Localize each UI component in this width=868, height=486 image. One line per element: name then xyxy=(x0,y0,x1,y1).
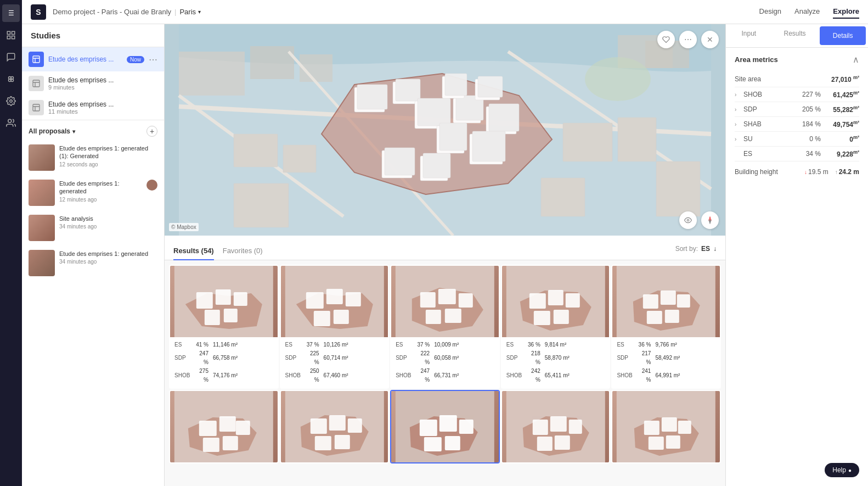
result-card-3[interactable]: ES37 %10,009 m² SDP222 %60,058 m² SHOB24… xyxy=(390,265,500,389)
result-card-10[interactable] xyxy=(611,390,721,463)
svg-rect-76 xyxy=(548,290,563,305)
svg-rect-96 xyxy=(314,436,331,450)
settings-icon[interactable] xyxy=(2,92,20,110)
result-card-5[interactable]: ES36 %9,766 m² SDP217 %58,492 m² SHOB241… xyxy=(611,265,721,389)
svg-rect-82 xyxy=(661,291,676,305)
svg-rect-0 xyxy=(7,31,10,34)
tab-input[interactable]: Input xyxy=(726,24,772,47)
metric-sdp-chevron[interactable]: › xyxy=(735,107,743,113)
metric-shab-chevron[interactable]: › xyxy=(735,121,743,127)
result-card-1[interactable]: ES41 %11,146 m² SDP247 %66,758 m² SHOB27… xyxy=(169,265,279,389)
svg-rect-44 xyxy=(478,76,503,97)
svg-point-9 xyxy=(8,119,12,122)
map-more-button[interactable]: ⋯ xyxy=(679,31,697,48)
svg-point-52 xyxy=(585,57,651,101)
mapbox-logo: © Mapbox xyxy=(169,223,199,231)
svg-rect-79 xyxy=(554,310,569,324)
results-tab-favorites[interactable]: Favorites (0) xyxy=(223,242,263,260)
svg-rect-77 xyxy=(566,293,580,308)
top-nav: Design Analyze Explore xyxy=(759,5,859,19)
result-card-img-8 xyxy=(391,391,499,462)
building-height-label: Building height xyxy=(735,168,804,176)
study-item-2[interactable]: Etude des emprises ... 9 minutes xyxy=(22,71,164,96)
metric-su-chevron[interactable]: › xyxy=(735,136,743,142)
nav-design[interactable]: Design xyxy=(759,5,781,19)
proposal-item-3[interactable]: Site analysis 34 minutes ago xyxy=(22,210,164,245)
area-metrics-title: Area metrics xyxy=(735,55,778,64)
proposal-time-4: 34 minutes ago xyxy=(59,259,157,265)
breadcrumb-city[interactable]: Paris ▾ xyxy=(179,8,201,16)
map-compass[interactable] xyxy=(701,211,719,229)
proposal-name-4: Etude des emprises 1: generated xyxy=(59,250,157,258)
svg-rect-100 xyxy=(439,415,457,432)
metric-su-val: 0m² xyxy=(821,135,859,143)
apps-icon[interactable] xyxy=(2,70,20,88)
menu-icon[interactable]: ☰ xyxy=(2,4,20,22)
proposal-time-1: 12 seconds ago xyxy=(59,161,157,167)
proposal-thumb-1 xyxy=(29,144,55,171)
metric-su-row: › SU 0 % 0m² xyxy=(735,132,859,147)
svg-marker-55 xyxy=(709,220,711,224)
result-card-img-3 xyxy=(391,266,499,337)
layers-icon[interactable] xyxy=(2,26,20,44)
svg-rect-94 xyxy=(329,415,345,431)
nav-analyze[interactable]: Analyze xyxy=(794,5,820,19)
chat-icon[interactable] xyxy=(2,48,20,66)
svg-rect-14 xyxy=(179,52,245,96)
svg-rect-40 xyxy=(439,123,467,150)
metric-shab-label: SHAB xyxy=(743,120,799,128)
map-close-button[interactable]: ✕ xyxy=(701,31,719,48)
svg-rect-28 xyxy=(418,98,450,126)
result-card-6[interactable] xyxy=(169,390,279,463)
site-area-label: Site area xyxy=(735,75,761,83)
svg-rect-75 xyxy=(529,293,546,309)
study-item-active[interactable]: Etude des emprises ... Now ⋯ xyxy=(22,47,164,71)
result-card-img-4 xyxy=(502,266,610,337)
svg-rect-109 xyxy=(555,435,570,450)
svg-rect-50 xyxy=(234,183,289,227)
users-icon[interactable] xyxy=(2,114,20,132)
result-card-9[interactable] xyxy=(501,390,611,463)
tab-details[interactable]: Details xyxy=(820,26,866,45)
nav-explore[interactable]: Explore xyxy=(833,5,859,19)
map-favorite-button[interactable] xyxy=(657,31,675,48)
help-button[interactable]: Help ● xyxy=(825,463,859,477)
svg-rect-65 xyxy=(345,292,360,306)
svg-rect-115 xyxy=(666,435,680,449)
results-tab-results[interactable]: Results (54) xyxy=(173,242,214,260)
proposal-item-4[interactable]: Etude des emprises 1: generated 34 minut… xyxy=(22,245,164,281)
results-sort-icon[interactable]: ↓ xyxy=(713,245,717,253)
svg-rect-107 xyxy=(569,420,582,434)
proposal-item-2[interactable]: Etude des emprises 1: generated 12 minut… xyxy=(22,175,164,210)
result-card-2[interactable]: ES37 %10,126 m² SDP225 %60,714 m² SHOB25… xyxy=(280,265,390,389)
area-metrics-collapse-button[interactable]: ∧ xyxy=(853,54,859,65)
proposals-add-button[interactable]: + xyxy=(146,126,157,137)
tab-results[interactable]: Results xyxy=(772,24,818,47)
result-card-4[interactable]: ES36 %9,814 m² SDP218 %58,870 m² SHOB242… xyxy=(501,265,611,389)
svg-rect-101 xyxy=(459,420,474,434)
svg-rect-24 xyxy=(357,85,387,109)
proposals-title[interactable]: All proposals ▾ xyxy=(29,127,75,135)
map-eye-button[interactable] xyxy=(679,211,697,229)
proposal-name-1: Etude des emprises 1: generated (1): Gen… xyxy=(59,144,157,160)
result-card-7[interactable] xyxy=(280,390,390,463)
svg-rect-57 xyxy=(196,292,213,309)
study-dots-active[interactable]: ⋯ xyxy=(149,54,157,65)
study-time-3: 11 minutes xyxy=(48,108,157,115)
results-sort-value[interactable]: ES xyxy=(701,245,710,253)
svg-rect-91 xyxy=(223,436,238,450)
study-item-3[interactable]: Etude des emprises ... 11 minutes xyxy=(22,96,164,120)
svg-rect-84 xyxy=(647,311,662,324)
metric-es-row: › ES 34 % 9,228m² xyxy=(735,147,859,161)
result-card-img-9 xyxy=(502,391,610,462)
study-time-2: 9 minutes xyxy=(48,84,157,91)
map-results-area: ⋯ ✕ © Mapbox xyxy=(165,24,725,486)
proposals-header: All proposals ▾ + xyxy=(22,120,164,140)
proposal-name-3: Site analysis xyxy=(59,215,157,222)
map-container[interactable]: ⋯ ✕ © Mapbox xyxy=(165,24,725,236)
result-card-8[interactable] xyxy=(390,390,500,463)
metric-shob-chevron[interactable]: › xyxy=(735,92,743,98)
proposal-item-1[interactable]: Etude des emprises 1: generated (1): Gen… xyxy=(22,140,164,175)
svg-rect-112 xyxy=(662,417,677,432)
svg-rect-67 xyxy=(333,310,348,324)
